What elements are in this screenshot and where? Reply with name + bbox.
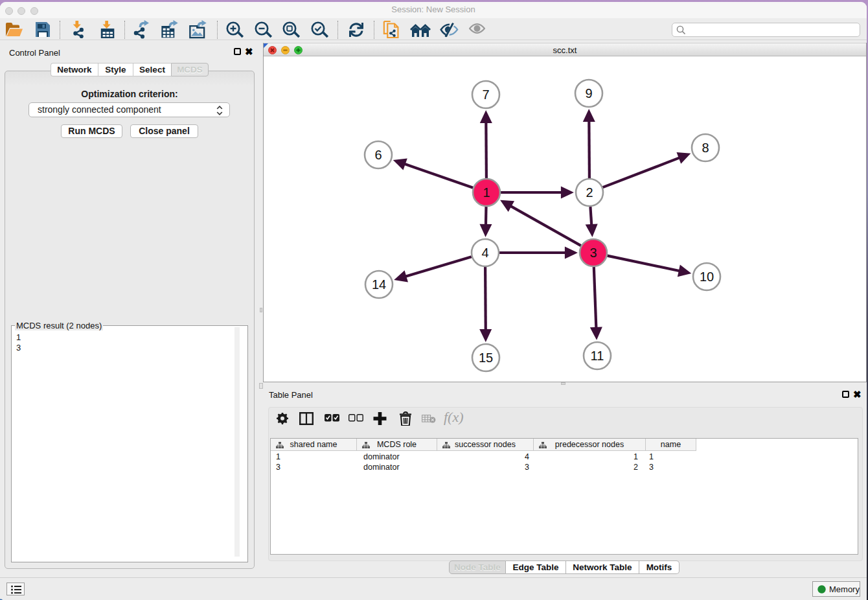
- svg-text:7: 7: [482, 87, 489, 102]
- svg-text:2: 2: [586, 185, 593, 200]
- svg-text:8: 8: [702, 141, 709, 155]
- svg-text:3: 3: [589, 246, 597, 260]
- svg-text:11: 11: [591, 349, 604, 363]
- svg-text:10: 10: [700, 270, 714, 284]
- svg-text:15: 15: [479, 351, 493, 365]
- svg-text:14: 14: [372, 277, 386, 292]
- svg-text:6: 6: [374, 148, 382, 162]
- svg-text:9: 9: [585, 86, 592, 100]
- svg-text:1: 1: [483, 185, 490, 200]
- svg-text:4: 4: [481, 246, 488, 260]
